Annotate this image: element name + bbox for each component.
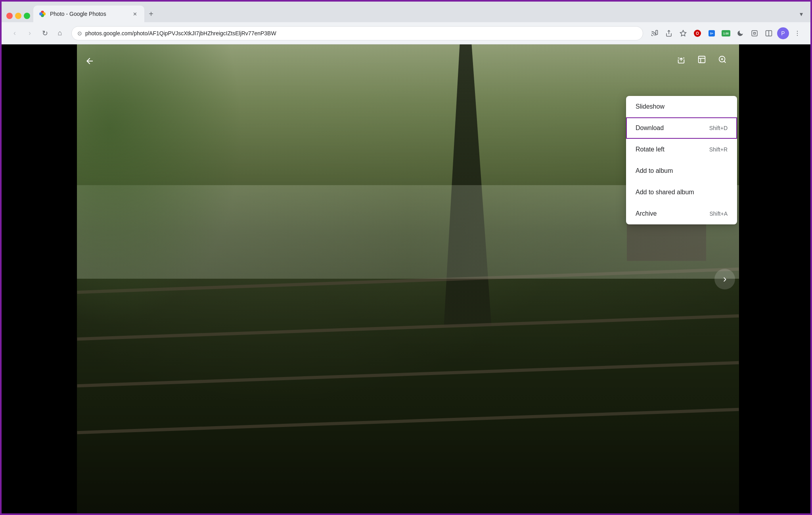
minimize-window-button[interactable]	[15, 13, 21, 19]
menu-item-download[interactable]: Download Shift+D	[626, 117, 737, 139]
svg-text:9+: 9+	[710, 32, 713, 35]
next-photo-button[interactable]: ›	[714, 269, 735, 289]
tab-strip-dropdown[interactable]: ▾	[795, 8, 807, 20]
add-to-shared-album-label: Add to shared album	[636, 189, 694, 196]
menu-item-add-to-album[interactable]: Add to album	[626, 160, 737, 182]
extension-2-icon[interactable]: 1:00	[719, 27, 733, 40]
svg-rect-4	[656, 30, 658, 34]
secure-icon: ⊙	[77, 30, 82, 36]
tab-bar: Photo - Google Photos ✕ + ▾	[2, 2, 810, 22]
tab-end-controls: ▾	[795, 8, 807, 22]
cast-button[interactable]	[648, 27, 661, 40]
maximize-window-button[interactable]	[24, 13, 30, 19]
window-controls	[5, 13, 33, 22]
content-area: › Slideshow Download Shift+D Rotate left…	[2, 44, 810, 513]
close-window-button[interactable]	[6, 13, 13, 19]
extension-3-icon[interactable]	[748, 27, 761, 40]
svg-point-17	[797, 33, 798, 33]
svg-point-16	[797, 31, 798, 31]
address-bar: ‹ › ↻ ⌂ ⊙ photos.google.com/photo/AF1Qip…	[2, 22, 810, 44]
menu-item-archive[interactable]: Archive Shift+A	[626, 203, 737, 224]
home-button[interactable]: ⌂	[53, 27, 67, 40]
chrome-menu-button[interactable]	[791, 27, 804, 40]
browser-window: Photo - Google Photos ✕ + ▾ ‹ › ↻ ⌂ ⊙ ph…	[2, 2, 810, 513]
reload-button[interactable]: ↻	[38, 27, 52, 40]
right-panel	[739, 44, 810, 513]
profile-avatar[interactable]: P	[776, 27, 790, 40]
tab-title: Photo - Google Photos	[50, 11, 127, 17]
dark-mode-icon[interactable]	[733, 27, 747, 40]
photo-controls	[672, 51, 731, 68]
download-shortcut: Shift+D	[709, 125, 728, 131]
menu-item-slideshow[interactable]: Slideshow	[626, 96, 737, 117]
menu-item-rotate-left[interactable]: Rotate left Shift+R	[626, 139, 737, 160]
url-bar[interactable]: ⊙ photos.google.com/photo/AF1QipPVJscXtk…	[71, 26, 643, 40]
toolbar-icons: O 9+ 1:00	[648, 27, 804, 40]
split-view-icon[interactable]	[762, 27, 776, 40]
new-tab-button[interactable]: +	[144, 7, 158, 21]
svg-rect-19	[699, 56, 705, 63]
context-menu: Slideshow Download Shift+D Rotate left S…	[626, 96, 737, 224]
svg-text:1:00: 1:00	[723, 32, 729, 35]
svg-point-18	[797, 35, 798, 36]
active-tab[interactable]: Photo - Google Photos ✕	[33, 6, 144, 22]
extension-1-icon[interactable]: 9+	[705, 27, 718, 40]
url-text: photos.google.com/photo/AF1QipPVJscXtkJI…	[85, 30, 637, 36]
svg-line-23	[724, 61, 726, 63]
rotate-left-shortcut: Shift+R	[709, 146, 728, 153]
rotate-left-label: Rotate left	[636, 146, 665, 153]
archive-label: Archive	[636, 210, 657, 217]
tab-favicon	[39, 10, 46, 17]
zoom-photo-button[interactable]	[714, 51, 731, 68]
edit-photo-button[interactable]	[693, 51, 710, 68]
svg-point-3	[39, 12, 42, 15]
back-button[interactable]: ‹	[8, 27, 21, 40]
adblock-icon[interactable]: O	[691, 27, 704, 40]
menu-item-add-to-shared-album[interactable]: Add to shared album	[626, 182, 737, 203]
foliage-left	[77, 44, 243, 326]
download-label: Download	[636, 124, 664, 132]
svg-marker-6	[680, 30, 686, 36]
tab-close-button[interactable]: ✕	[131, 10, 139, 18]
forward-button[interactable]: ›	[23, 27, 36, 40]
slideshow-label: Slideshow	[636, 103, 665, 110]
share-photo-button[interactable]	[672, 51, 690, 68]
archive-shortcut: Shift+A	[709, 211, 728, 217]
svg-text:O: O	[696, 31, 699, 36]
share-page-button[interactable]	[662, 27, 676, 40]
left-panel	[2, 44, 77, 513]
add-to-album-label: Add to album	[636, 167, 673, 174]
back-to-photos-button[interactable]	[81, 52, 98, 70]
avatar-image: P	[777, 27, 789, 39]
bookmark-button[interactable]	[676, 27, 690, 40]
svg-rect-13	[752, 31, 757, 36]
